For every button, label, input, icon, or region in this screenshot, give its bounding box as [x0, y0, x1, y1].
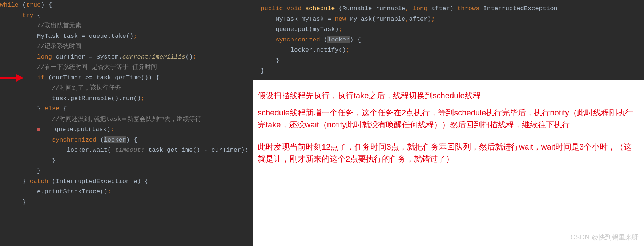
- explanation-p2: schedule线程新增一个任务，这个任务在2点执行，等到schedule执行完…: [258, 107, 640, 131]
- breakpoint-dot: [37, 128, 40, 131]
- code-line: }: [253, 66, 644, 76]
- code-line: synchronized (locker) {: [0, 135, 253, 146]
- code-line: task.getRunnable().run();: [0, 94, 253, 104]
- code-line: e.printStackTrace();: [0, 187, 253, 197]
- left-code-pane: while (true) { try { //取出队首元素 MyTask tas…: [0, 0, 253, 246]
- code-line: synchronized (locker) {: [253, 35, 644, 45]
- code-comment: //看一下系统时间 是否大于等于 任务时间: [0, 62, 253, 73]
- code-line: }: [253, 56, 644, 66]
- explanation-p1: 假设扫描线程先执行，执行take之后，线程切换到schedule线程: [258, 90, 640, 102]
- explanation-text: 假设扫描线程先执行，执行take之后，线程切换到schedule线程 sched…: [253, 80, 644, 246]
- code-line: }: [0, 197, 253, 208]
- code-comment: //时间到了，该执行任务: [0, 83, 253, 94]
- code-line: } else {: [0, 104, 253, 114]
- code-line: locker.wait( timeout: task.getTime() - c…: [0, 145, 253, 156]
- code-comment: //记录系统时间: [0, 41, 253, 52]
- code-line: }: [0, 166, 253, 176]
- right-code-pane: public void schedule (Runnable runnable,…: [253, 0, 644, 80]
- right-pane: public void schedule (Runnable runnable,…: [253, 0, 644, 246]
- code-line: long curTimer = System.currentTimeMillis…: [0, 52, 253, 63]
- code-line: if (curTimer >= task.getTime()) {: [0, 73, 253, 83]
- code-line: } catch (InterruptedException e) {: [0, 176, 253, 187]
- code-line: MyTask myTask = new MyTask(runnable,afte…: [253, 14, 644, 25]
- code-line: MyTask task = queue.take();: [0, 31, 253, 42]
- code-comment: //时间还没到,就把task重新塞会队列中去，继续等待: [0, 114, 253, 125]
- code-line: public void schedule (Runnable runnable,…: [253, 4, 644, 14]
- code-comment: //取出队首元素: [0, 21, 253, 31]
- code-line: while (true) {: [0, 0, 253, 11]
- explanation-p3: 此时发现当前时刻12点了，任务时间3点，就把任务塞回队列，然后就进行wait，w…: [258, 141, 640, 165]
- watermark: CSDN @快到锅里来呀: [571, 233, 639, 242]
- code-line: queue.put(task);: [0, 124, 253, 135]
- code-line: queue.put(myTask);: [253, 24, 644, 35]
- code-line: try {: [0, 11, 253, 21]
- code-line: locker.notify();: [253, 45, 644, 56]
- code-line: }: [0, 156, 253, 166]
